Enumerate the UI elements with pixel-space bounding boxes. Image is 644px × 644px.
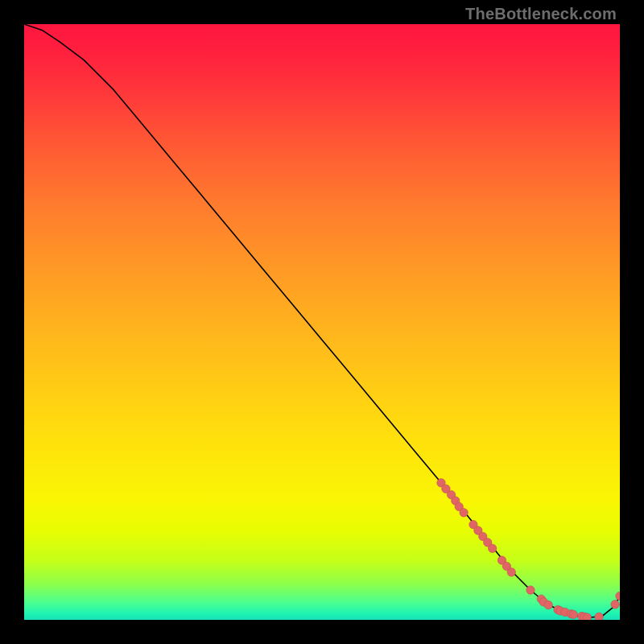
- curve-marker: [595, 613, 603, 620]
- curve-marker: [569, 610, 577, 618]
- chart-overlay: [24, 24, 620, 620]
- watermark-text: TheBottleneck.com: [465, 5, 617, 23]
- curve-marker: [507, 568, 515, 576]
- curve-marker: [583, 613, 591, 620]
- curve-marker: [544, 601, 552, 609]
- curve-marker: [611, 601, 619, 609]
- curve-marker: [488, 544, 496, 552]
- curve-marker: [460, 509, 468, 517]
- curve-marker: [616, 592, 620, 600]
- curve-marker: [526, 586, 535, 594]
- chart-stage: { "watermark": "TheBottleneck.com", "col…: [0, 0, 644, 644]
- bottleneck-curve: [24, 24, 620, 617]
- curve-markers: [437, 479, 620, 620]
